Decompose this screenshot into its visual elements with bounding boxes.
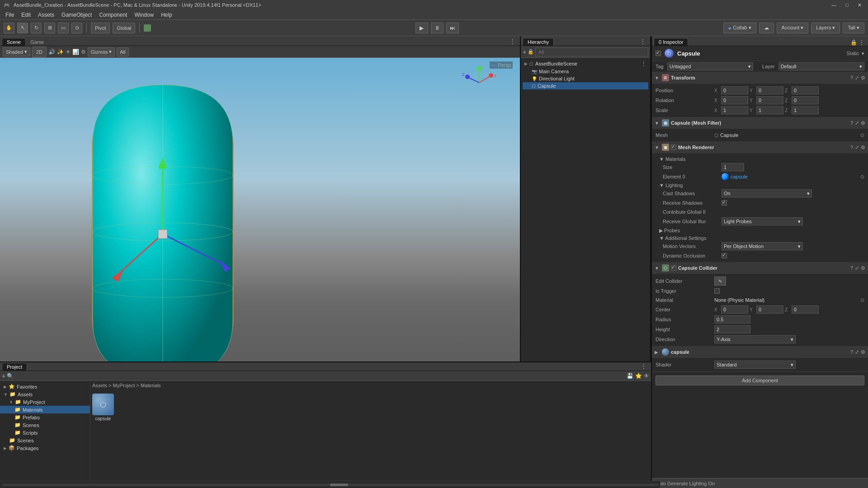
material-gear-icon[interactable]: ⚙	[861, 349, 865, 355]
transform-info-icon[interactable]: ?	[850, 75, 853, 81]
scene-extra-icon[interactable]: ⚙	[81, 49, 86, 55]
mesh-renderer-info-icon[interactable]: ?	[850, 145, 853, 150]
render-stats-icon[interactable]: 📊	[72, 49, 79, 55]
rect-tool[interactable]: ▭	[58, 23, 69, 33]
add-project-btn[interactable]: +	[2, 372, 5, 380]
mesh-renderer-header[interactable]: ▼ ▣ Mesh Renderer ? ⤢ ⚙	[652, 142, 868, 153]
eye-project-icon[interactable]: 👁	[644, 373, 649, 379]
collab-button[interactable]: ● Collab ▾	[723, 23, 756, 33]
motion-vectors-dropdown[interactable]: Per Object Motion ▾	[722, 242, 803, 250]
global-toggle[interactable]: Global	[113, 23, 135, 33]
transform-expand-icon[interactable]: ⤢	[855, 75, 859, 81]
shading-mode-dropdown[interactable]: Shaded ▾	[3, 47, 30, 56]
scene-viewport[interactable]: X Y Z ← Persp	[0, 58, 520, 361]
gizmos-dropdown[interactable]: Gizmos ▾	[88, 47, 115, 56]
mesh-renderer-expand-icon[interactable]: ⤢	[855, 145, 859, 150]
height-input[interactable]	[714, 325, 750, 333]
tag-dropdown[interactable]: Untagged ▾	[667, 62, 753, 70]
capsule-object[interactable]	[81, 85, 244, 361]
hierarchy-main-camera[interactable]: 📷 Main Camera	[523, 68, 648, 75]
close-button[interactable]: ✕	[855, 2, 864, 8]
hierarchy-scene-root[interactable]: ▶ ⬡ AssetBundleScene ⋮	[523, 60, 648, 68]
rotation-z-input[interactable]	[792, 96, 819, 104]
mesh-filter-expand-icon[interactable]: ⤢	[855, 120, 859, 126]
is-trigger-checkbox[interactable]	[714, 288, 720, 294]
tree-scripts[interactable]: 📁 Scripts	[0, 429, 90, 436]
tab-game[interactable]: Game	[26, 38, 48, 46]
tab-scene[interactable]: Scene	[2, 38, 26, 46]
scale-x-input[interactable]	[721, 106, 748, 114]
collider-info-icon[interactable]: ?	[850, 265, 853, 271]
pause-button[interactable]: ⏸	[431, 23, 443, 33]
scale-z-input[interactable]	[792, 106, 819, 114]
save-project-icon[interactable]: 💾	[627, 373, 633, 379]
transform-tool[interactable]: ⊙	[71, 23, 82, 33]
tree-assets[interactable]: ▼ 📁 Assets	[0, 390, 90, 398]
menu-help[interactable]: Help	[157, 11, 176, 19]
scrollbar-thumb[interactable]	[330, 483, 348, 486]
scene-more-btn[interactable]: ⋮	[641, 61, 646, 67]
hierarchy-search-input[interactable]	[535, 47, 648, 56]
capsule-collider-enable[interactable]	[671, 265, 676, 271]
minimize-button[interactable]: —	[829, 2, 839, 8]
tab-project[interactable]: Project	[2, 363, 27, 371]
star-project-icon[interactable]: ⭐	[635, 373, 642, 379]
material-expand-icon[interactable]: ⤢	[855, 349, 859, 355]
transform-gear-icon[interactable]: ⚙	[861, 75, 865, 81]
tree-scenes-sub[interactable]: 📁 Scenes	[0, 421, 90, 429]
tree-myproject[interactable]: ▼ 📁 MyProject	[0, 398, 90, 406]
layout-button[interactable]: Tall ▾	[843, 23, 864, 33]
element0-pick-icon[interactable]: ⊙	[860, 174, 864, 180]
scale-tool[interactable]: ⊞	[44, 23, 55, 33]
inspector-more-btn[interactable]: ⋮	[859, 39, 864, 46]
2d-toggle[interactable]: 2D	[32, 47, 47, 57]
project-scrollbar[interactable]	[0, 481, 660, 488]
cast-shadows-dropdown[interactable]: On ▾	[722, 189, 812, 197]
play-button[interactable]: ▶	[415, 23, 428, 33]
center-z-input[interactable]	[792, 305, 819, 314]
step-button[interactable]: ⏭	[446, 23, 459, 33]
fx-icon[interactable]: ✨	[57, 49, 64, 55]
add-component-button[interactable]: Add Component	[656, 375, 864, 385]
cloud-button[interactable]: ☁	[759, 23, 774, 33]
radius-input[interactable]	[714, 315, 750, 324]
tree-prefabs[interactable]: 📁 Prefabs	[0, 413, 90, 421]
panel-more-btn[interactable]: ⋮	[507, 38, 518, 46]
axis-gizmo[interactable]: X Y Z	[461, 65, 497, 102]
maximize-button[interactable]: □	[843, 2, 851, 8]
all-dropdown[interactable]: All	[117, 47, 128, 56]
hierarchy-capsule[interactable]: ⬡ Capsule	[523, 82, 648, 89]
scale-y-input[interactable]	[756, 106, 783, 114]
shader-dropdown[interactable]: Standard ▾	[714, 361, 796, 369]
capsule-material-header[interactable]: ▶ capsule ? ⤢ ⚙	[652, 347, 868, 358]
hierarchy-lock-btn[interactable]: 🔒	[528, 49, 534, 55]
hierarchy-more-btn[interactable]: ⋮	[637, 38, 648, 46]
mesh-filter-info-icon[interactable]: ?	[850, 120, 853, 126]
receive-gi-dropdown[interactable]: Light Probes ▾	[722, 217, 803, 225]
static-dropdown[interactable]: ▾	[862, 51, 864, 56]
tree-favorites[interactable]: ▶ ⭐ Favorites	[0, 383, 90, 390]
tree-scenes[interactable]: 📁 Scenes	[0, 436, 90, 444]
mesh-renderer-gear-icon[interactable]: ⚙	[861, 145, 865, 150]
tree-packages[interactable]: ▶ 📦 Packages	[0, 444, 90, 452]
tree-materials[interactable]: 📁 Materials	[0, 406, 90, 413]
layers-button[interactable]: Layers ▾	[811, 23, 840, 33]
dynamic-occlusion-checkbox[interactable]	[722, 253, 727, 258]
hand-tool[interactable]: ✋	[4, 23, 14, 33]
collider-expand-icon[interactable]: ⤢	[855, 265, 859, 271]
collider-gear-icon[interactable]: ⚙	[861, 265, 865, 271]
object-active-checkbox[interactable]	[656, 51, 661, 56]
position-x-input[interactable]	[721, 86, 748, 94]
hierarchy-directional-light[interactable]: 💡 Directional Light	[523, 75, 648, 82]
move-tool[interactable]: ↖	[17, 23, 28, 33]
mesh-renderer-enable[interactable]	[671, 145, 676, 150]
transform-header[interactable]: ▼ ⊞ Transform ? ⤢ ⚙	[652, 72, 868, 84]
inspector-lock-icon[interactable]: 🔒	[850, 39, 857, 46]
audio-icon[interactable]: 🔊	[48, 49, 55, 55]
tab-hierarchy[interactable]: Hierarchy	[523, 38, 554, 46]
center-y-input[interactable]	[756, 305, 783, 314]
menu-gameobject[interactable]: GameObject	[58, 11, 95, 19]
layer-dropdown[interactable]: Default ▾	[778, 62, 864, 70]
edit-collider-button[interactable]: ✎	[714, 277, 726, 286]
receive-shadows-checkbox[interactable]	[722, 200, 727, 206]
